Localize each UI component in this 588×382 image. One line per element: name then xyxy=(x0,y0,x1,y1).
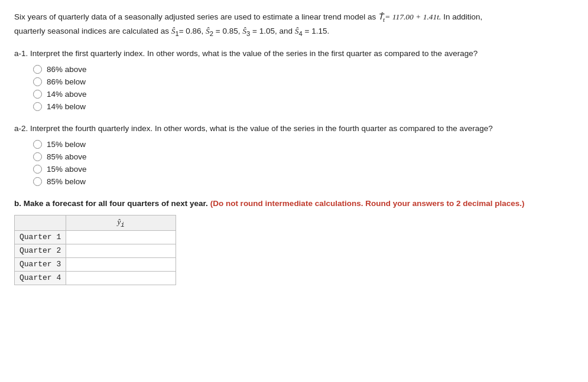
quarter-1-input-cell[interactable] xyxy=(66,230,176,244)
table-row-q4: Quarter 4 xyxy=(15,271,176,285)
a2-radio-group: 15% below 85% above 15% above 85% below xyxy=(33,140,574,186)
a1-radio-4[interactable] xyxy=(33,102,42,111)
forecast-table-yhat-header: ŷi xyxy=(66,216,176,231)
quarter-4-input[interactable] xyxy=(71,273,171,282)
a1-radio-2[interactable] xyxy=(33,77,42,86)
a1-radio-group: 86% above 86% below 14% above 14% below xyxy=(33,65,574,111)
table-row-q1: Quarter 1 xyxy=(15,230,176,244)
a2-radio-2[interactable] xyxy=(33,152,42,161)
a1-option-1-label: 86% above xyxy=(47,65,87,74)
quarter-1-label: Quarter 1 xyxy=(15,230,66,244)
a2-label-bold: a-2. xyxy=(14,124,28,133)
b-bold-label: b. xyxy=(14,199,21,208)
quarter-3-input[interactable] xyxy=(71,260,171,269)
a1-label: a-1. Interpret the first quarterly index… xyxy=(14,49,574,58)
quarter-4-input-cell[interactable] xyxy=(66,271,176,285)
a1-option-4[interactable]: 14% below xyxy=(33,102,574,111)
a2-option-1-label: 15% below xyxy=(47,140,86,149)
forecast-table: ŷi Quarter 1 Quarter 2 Quarter 3 Quarter… xyxy=(14,215,176,285)
b-text-normal: Make a forecast for all four quarters of… xyxy=(24,199,208,208)
forecast-table-empty-header xyxy=(15,216,66,231)
b-text-highlight: (Do not round intermediate calculations.… xyxy=(210,199,525,208)
quarter-3-label: Quarter 3 xyxy=(15,257,66,271)
a2-option-3[interactable]: 15% above xyxy=(33,165,574,174)
quarter-3-input-cell[interactable] xyxy=(66,257,176,271)
b-label: b. Make a forecast for all four quarters… xyxy=(14,199,574,208)
a2-option-3-label: 15% above xyxy=(47,165,87,174)
a2-option-2-label: 85% above xyxy=(47,152,87,161)
a2-option-2[interactable]: 85% above xyxy=(33,152,574,161)
a2-option-4[interactable]: 85% below xyxy=(33,177,574,186)
a1-option-3[interactable]: 14% above xyxy=(33,90,574,99)
quarter-4-label: Quarter 4 xyxy=(15,271,66,285)
intro-paragraph: Six years of quarterly data of a seasona… xyxy=(14,11,574,38)
a2-question: Interpret the fourth quarterly index. In… xyxy=(30,124,493,133)
trend-model-formula: T̂t= 117.00 + 1.41t. In addition, xyxy=(378,12,482,21)
a1-radio-3[interactable] xyxy=(33,90,42,99)
a2-radio-4[interactable] xyxy=(33,177,42,186)
quarter-2-input[interactable] xyxy=(71,246,171,255)
quarter-1-input[interactable] xyxy=(71,233,171,241)
a1-option-3-label: 14% above xyxy=(47,90,87,99)
a1-radio-1[interactable] xyxy=(33,65,42,74)
intro-line2: quarterly seasonal indices are calculate… xyxy=(14,27,329,35)
table-row-q3: Quarter 3 xyxy=(15,257,176,271)
a2-option-4-label: 85% below xyxy=(47,177,86,186)
a2-radio-3[interactable] xyxy=(33,165,42,174)
quarter-2-input-cell[interactable] xyxy=(66,244,176,257)
a1-option-2[interactable]: 86% below xyxy=(33,77,574,86)
a2-label: a-2. Interpret the fourth quarterly inde… xyxy=(14,124,574,133)
a2-radio-1[interactable] xyxy=(33,140,42,149)
a2-option-1[interactable]: 15% below xyxy=(33,140,574,149)
a1-option-1[interactable]: 86% above xyxy=(33,65,574,74)
a1-question: Interpret the first quarterly index. In … xyxy=(30,49,477,58)
section-a1: a-1. Interpret the first quarterly index… xyxy=(14,49,574,111)
a1-label-bold: a-1. xyxy=(14,49,28,58)
a1-option-4-label: 14% below xyxy=(47,102,86,111)
section-b: b. Make a forecast for all four quarters… xyxy=(14,199,574,285)
section-a2: a-2. Interpret the fourth quarterly inde… xyxy=(14,124,574,186)
table-row-q2: Quarter 2 xyxy=(15,244,176,257)
quarter-2-label: Quarter 2 xyxy=(15,244,66,257)
intro-line1: Six years of quarterly data of a seasona… xyxy=(14,12,376,21)
a1-option-2-label: 86% below xyxy=(47,77,86,86)
